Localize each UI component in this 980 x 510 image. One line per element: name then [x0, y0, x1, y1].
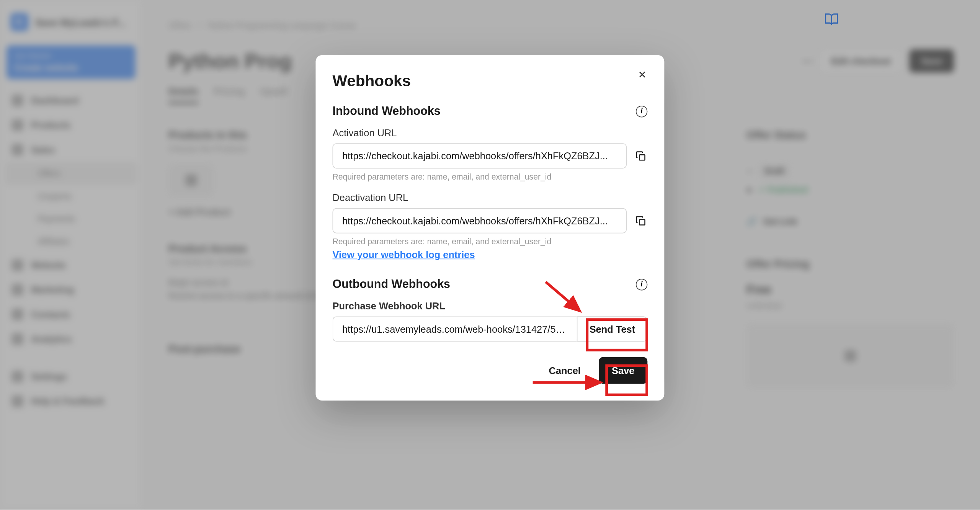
- info-icon[interactable]: i: [636, 105, 647, 117]
- cancel-button[interactable]: Cancel: [538, 358, 591, 382]
- webhooks-modal: Webhooks Inbound Webhooks i Activation U…: [315, 55, 664, 400]
- purchase-url-input[interactable]: https://u1.savemyleads.com/web-hooks/131…: [333, 316, 577, 342]
- modal-title: Webhooks: [333, 72, 648, 90]
- deactivation-label: Deactivation URL: [333, 192, 648, 203]
- deactivation-url-input[interactable]: https://checkout.kajabi.com/webhooks/off…: [333, 208, 627, 233]
- activation-url-input[interactable]: https://checkout.kajabi.com/webhooks/off…: [333, 143, 627, 168]
- purchase-label: Purchase Webhook URL: [333, 300, 648, 311]
- send-test-button[interactable]: Send Test: [577, 316, 647, 342]
- modal-overlay: Webhooks Inbound Webhooks i Activation U…: [0, 0, 980, 510]
- activation-helper: Required parameters are: name, email, an…: [333, 172, 648, 181]
- outbound-section-title: Outbound Webhooks: [333, 278, 451, 291]
- svg-rect-2: [640, 154, 645, 160]
- copy-deactivation-button[interactable]: [634, 214, 647, 227]
- activation-label: Activation URL: [333, 127, 648, 138]
- deactivation-helper: Required parameters are: name, email, an…: [333, 237, 648, 247]
- close-button[interactable]: [637, 69, 650, 82]
- copy-icon: [635, 150, 647, 162]
- view-log-link[interactable]: View your webhook log entries: [333, 249, 475, 260]
- close-icon: [637, 69, 647, 80]
- info-icon[interactable]: i: [636, 278, 647, 290]
- svg-rect-3: [640, 219, 645, 225]
- copy-activation-button[interactable]: [634, 149, 647, 162]
- copy-icon: [635, 215, 647, 226]
- modal-save-button[interactable]: Save: [599, 357, 647, 384]
- inbound-section-title: Inbound Webhooks: [333, 105, 441, 118]
